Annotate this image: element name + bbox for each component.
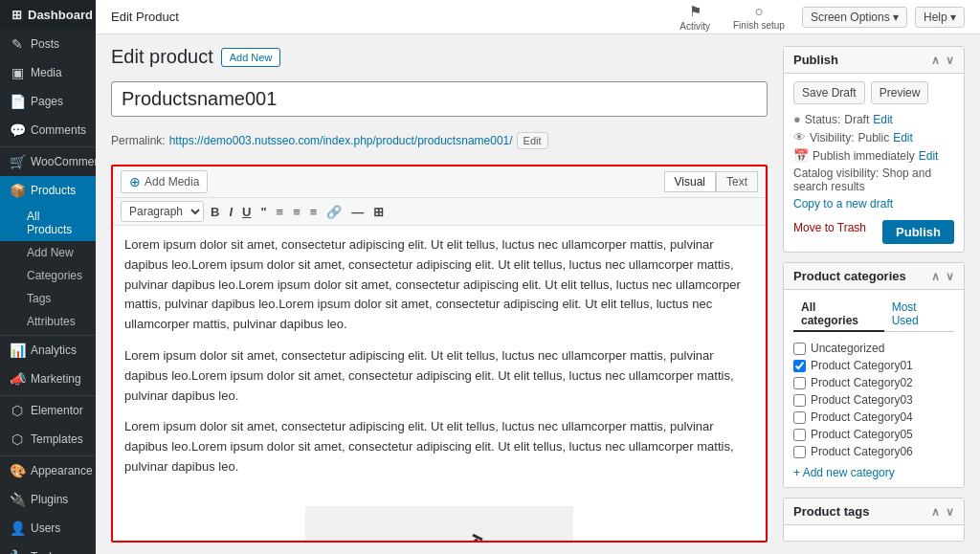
- most-used-tab[interactable]: Most Used: [884, 298, 954, 332]
- sidebar-sub-all-products[interactable]: All Products: [0, 205, 96, 241]
- sidebar-plugins-label: Plugins: [31, 493, 68, 506]
- categories-metabox-body: All categories Most Used Uncategorized P…: [784, 290, 964, 487]
- sidebar-item-appearance[interactable]: 🎨 Appearance: [0, 456, 96, 485]
- publish-metabox-header: Publish ∧ ∨: [784, 47, 964, 74]
- visual-tab[interactable]: Visual: [664, 171, 716, 192]
- publish-metabox: Publish ∧ ∨ Save Draft Preview ● Status:…: [783, 46, 965, 253]
- cat-toggle-up-icon[interactable]: ∧: [931, 270, 940, 283]
- finish-setup-label: Finish setup: [733, 20, 785, 31]
- bold-button[interactable]: B: [208, 203, 222, 221]
- move-trash-link[interactable]: Move to Trash: [793, 221, 866, 234]
- sidebar-item-templates[interactable]: ⬡ Templates: [0, 425, 96, 454]
- right-column: Publish ∧ ∨ Save Draft Preview ● Status:…: [783, 46, 965, 543]
- page-heading: Edit product Add New: [111, 46, 768, 68]
- sidebar-item-plugins[interactable]: 🔌 Plugins: [0, 485, 96, 514]
- tags-metabox-icons[interactable]: ∧ ∨: [931, 505, 954, 519]
- svg-line-12: [473, 535, 482, 540]
- screen-options-button[interactable]: Screen Options ▾: [802, 7, 907, 28]
- category-item-cat01: Product Category01: [793, 357, 954, 374]
- analytics-icon: 📊: [10, 343, 25, 358]
- permalink-url[interactable]: https://demo003.nutsseo.com/index.php/pr…: [169, 134, 513, 147]
- sidebar-item-elementor[interactable]: ⬡ Elementor: [0, 396, 96, 425]
- tags-metabox-header: Product tags ∧ ∨: [784, 499, 964, 525]
- save-draft-button[interactable]: Save Draft: [793, 81, 865, 104]
- publish-button[interactable]: Publish: [882, 220, 954, 244]
- publish-metabox-title: Publish: [793, 53, 838, 67]
- tags-toggle-down-icon[interactable]: ∨: [946, 505, 954, 519]
- add-media-icon: ⊕: [129, 174, 141, 189]
- blockquote-button[interactable]: ": [257, 203, 269, 221]
- toggle-up-icon[interactable]: ∧: [931, 54, 940, 67]
- category-checkbox-cat06[interactable]: [793, 446, 806, 458]
- add-new-category-link[interactable]: + Add new category: [793, 466, 954, 479]
- sidebar-sub-categories[interactable]: Categories: [0, 264, 96, 287]
- sidebar-item-comments[interactable]: 💬 Comments: [0, 116, 96, 144]
- sidebar-sub-attributes[interactable]: Attributes: [0, 310, 96, 333]
- editor-paragraph-2: Lorem ipsum dolor sit amet, consectetur …: [124, 346, 754, 406]
- horizontal-rule-button[interactable]: —: [348, 203, 367, 221]
- preview-button[interactable]: Preview: [871, 81, 929, 104]
- sidebar-item-analytics[interactable]: 📊 Analytics: [0, 336, 96, 365]
- sidebar-item-users[interactable]: 👤 Users: [0, 514, 96, 543]
- status-icon: ●: [793, 112, 801, 126]
- status-edit-link[interactable]: Edit: [873, 113, 893, 126]
- sidebar-item-products[interactable]: 📦 Products: [0, 176, 96, 205]
- tags-toggle-up-icon[interactable]: ∧: [931, 505, 940, 519]
- sidebar-item-posts[interactable]: ✎ Posts: [0, 30, 96, 58]
- visibility-icon: 👁: [793, 130, 806, 144]
- activity-button[interactable]: ⚑ Activity: [674, 0, 716, 35]
- category-checkbox-cat02[interactable]: [793, 377, 806, 389]
- category-checkbox-cat01[interactable]: [793, 360, 806, 372]
- ordered-list-button[interactable]: ≡: [290, 203, 303, 221]
- visibility-edit-link[interactable]: Edit: [893, 131, 913, 144]
- publish-metabox-icons[interactable]: ∧ ∨: [931, 54, 954, 67]
- category-checkbox-cat05[interactable]: [793, 429, 806, 441]
- sidebar-item-marketing[interactable]: 📣 Marketing: [0, 365, 96, 393]
- category-checkbox-cat03[interactable]: [793, 394, 806, 407]
- product-title-input[interactable]: [111, 81, 768, 117]
- link-button[interactable]: 🔗: [323, 203, 345, 221]
- all-categories-tab[interactable]: All categories: [793, 298, 884, 332]
- permalink-edit-button[interactable]: Edit: [517, 132, 548, 149]
- editor-content[interactable]: Lorem ipsum dolor sit amet, consectetur …: [113, 226, 766, 499]
- add-new-button[interactable]: Add New: [221, 48, 281, 67]
- category-label-cat02: Product Category02: [811, 376, 913, 389]
- underline-button[interactable]: U: [239, 203, 254, 221]
- publish-time-edit-link[interactable]: Edit: [919, 149, 939, 163]
- sidebar-products-label: Products: [31, 184, 76, 197]
- finish-setup-button[interactable]: ○ Finish setup: [727, 0, 791, 34]
- toggle-down-icon[interactable]: ∨: [946, 54, 954, 67]
- activity-icon: ⚑: [689, 3, 702, 20]
- sidebar-item-tools[interactable]: 🔧 Tools: [0, 543, 96, 554]
- users-icon: 👤: [10, 521, 25, 536]
- category-checkbox-cat04[interactable]: [793, 411, 806, 424]
- categories-metabox-title: Product categories: [793, 269, 906, 283]
- sidebar-sub-add-new[interactable]: Add New: [0, 241, 96, 264]
- fullscreen-button[interactable]: ⊞: [370, 203, 387, 221]
- sidebar-item-woocommerce[interactable]: 🛒 WooCommerce: [0, 147, 96, 176]
- cat-toggle-down-icon[interactable]: ∨: [946, 270, 954, 283]
- sidebar-woo-label: WooCommerce: [31, 155, 96, 168]
- unordered-list-button[interactable]: ≡: [274, 203, 287, 221]
- woo-icon: 🛒: [10, 154, 25, 169]
- italic-button[interactable]: I: [226, 203, 235, 221]
- text-tab[interactable]: Text: [716, 171, 758, 192]
- sidebar-item-pages[interactable]: 📄 Pages: [0, 87, 96, 116]
- copy-draft-link[interactable]: Copy to a new draft: [793, 197, 954, 211]
- add-media-button[interactable]: ⊕ Add Media: [121, 170, 208, 193]
- sidebar-header[interactable]: ⊞ Dashboard: [0, 0, 96, 30]
- permalink-label: Permalink:: [111, 134, 166, 147]
- publish-action-row: Save Draft Preview: [793, 81, 954, 104]
- sidebar-templates-label: Templates: [31, 432, 83, 446]
- category-label-uncategorized: Uncategorized: [811, 342, 884, 355]
- category-checkbox-uncategorized[interactable]: [793, 343, 806, 355]
- sidebar-item-media[interactable]: ▣ Media: [0, 58, 96, 87]
- help-button[interactable]: Help ▾: [915, 7, 965, 28]
- sidebar-posts-label: Posts: [31, 37, 59, 51]
- dashboard-icon: ⊞: [11, 8, 22, 22]
- sidebar-tools-label: Tools: [31, 550, 57, 554]
- format-select[interactable]: Paragraph: [121, 201, 204, 222]
- sidebar-sub-tags[interactable]: Tags: [0, 287, 96, 310]
- align-left-button[interactable]: ≡: [307, 203, 321, 221]
- categories-metabox-icons[interactable]: ∧ ∨: [931, 270, 954, 283]
